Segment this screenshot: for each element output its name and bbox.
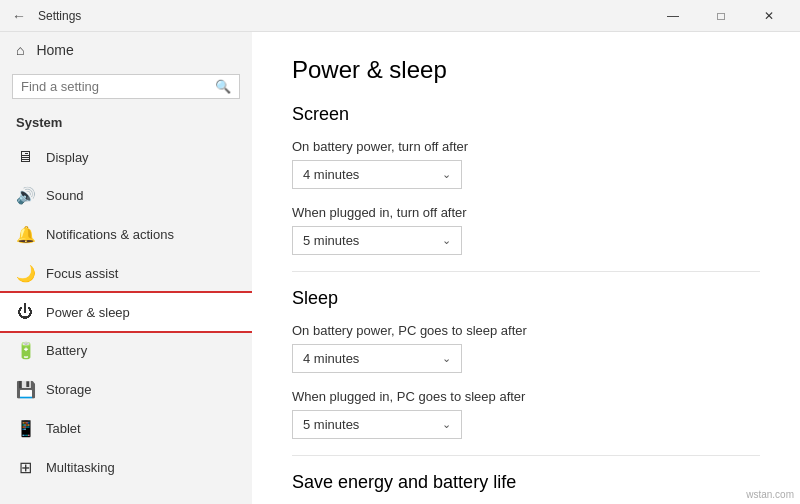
sidebar-item-label: Notifications & actions: [46, 227, 174, 242]
sidebar: ⌂ Home 🔍 System 🖥 Display 🔊 Sound 🔔 Noti…: [0, 32, 252, 504]
app-body: ⌂ Home 🔍 System 🖥 Display 🔊 Sound 🔔 Noti…: [0, 32, 800, 504]
storage-icon: 💾: [16, 380, 34, 399]
sidebar-item-label: Multitasking: [46, 460, 115, 475]
notifications-icon: 🔔: [16, 225, 34, 244]
sleep-battery-row: On battery power, PC goes to sleep after…: [292, 323, 760, 373]
screen-battery-dropdown[interactable]: 4 minutes ⌄: [292, 160, 462, 189]
sidebar-item-focus[interactable]: 🌙 Focus assist: [0, 254, 252, 293]
section-divider: [292, 271, 760, 272]
sleep-plugged-label: When plugged in, PC goes to sleep after: [292, 389, 760, 404]
sidebar-item-sound[interactable]: 🔊 Sound: [0, 176, 252, 215]
close-button[interactable]: ✕: [746, 0, 792, 32]
sidebar-item-label: Storage: [46, 382, 92, 397]
sidebar-item-home[interactable]: ⌂ Home: [0, 32, 252, 68]
chevron-down-icon: ⌄: [442, 168, 451, 181]
sleep-plugged-value: 5 minutes: [303, 417, 359, 432]
sleep-battery-label: On battery power, PC goes to sleep after: [292, 323, 760, 338]
sidebar-item-battery[interactable]: 🔋 Battery: [0, 331, 252, 370]
sidebar-item-power[interactable]: ⏻ Power & sleep: [0, 293, 252, 331]
screen-plugged-dropdown[interactable]: 5 minutes ⌄: [292, 226, 462, 255]
sidebar-item-label: Focus assist: [46, 266, 118, 281]
screen-plugged-label: When plugged in, turn off after: [292, 205, 760, 220]
title-bar: ← Settings — □ ✕: [0, 0, 800, 32]
sleep-battery-value: 4 minutes: [303, 351, 359, 366]
title-bar-left: ← Settings: [8, 6, 81, 26]
screen-battery-row: On battery power, turn off after 4 minut…: [292, 139, 760, 189]
focus-icon: 🌙: [16, 264, 34, 283]
sidebar-item-display[interactable]: 🖥 Display: [0, 138, 252, 176]
sidebar-section-title: System: [0, 111, 252, 138]
battery-icon: 🔋: [16, 341, 34, 360]
tablet-icon: 📱: [16, 419, 34, 438]
screen-plugged-value: 5 minutes: [303, 233, 359, 248]
sidebar-item-label: Tablet: [46, 421, 81, 436]
maximize-button[interactable]: □: [698, 0, 744, 32]
content-area: Power & sleep Screen On battery power, t…: [252, 32, 800, 504]
app-title: Settings: [38, 9, 81, 23]
search-button[interactable]: 🔍: [215, 79, 231, 94]
search-input[interactable]: [21, 79, 209, 94]
chevron-down-icon: ⌄: [442, 234, 451, 247]
screen-plugged-row: When plugged in, turn off after 5 minute…: [292, 205, 760, 255]
screen-battery-value: 4 minutes: [303, 167, 359, 182]
sleep-plugged-dropdown[interactable]: 5 minutes ⌄: [292, 410, 462, 439]
home-icon: ⌂: [16, 42, 24, 58]
chevron-down-icon: ⌄: [442, 352, 451, 365]
sidebar-item-label: Power & sleep: [46, 305, 130, 320]
screen-battery-label: On battery power, turn off after: [292, 139, 760, 154]
screen-section-title: Screen: [292, 104, 760, 125]
chevron-down-icon: ⌄: [442, 418, 451, 431]
sound-icon: 🔊: [16, 186, 34, 205]
back-button[interactable]: ←: [8, 6, 30, 26]
save-energy-title: Save energy and battery life: [292, 472, 760, 493]
search-box: 🔍: [12, 74, 240, 99]
home-label: Home: [36, 42, 73, 58]
sleep-battery-dropdown[interactable]: 4 minutes ⌄: [292, 344, 462, 373]
watermark: wstan.com: [746, 489, 794, 500]
window-controls: — □ ✕: [650, 0, 792, 32]
sidebar-item-label: Display: [46, 150, 89, 165]
multitasking-icon: ⊞: [16, 458, 34, 477]
sidebar-item-label: Battery: [46, 343, 87, 358]
display-icon: 🖥: [16, 148, 34, 166]
sleep-plugged-row: When plugged in, PC goes to sleep after …: [292, 389, 760, 439]
sleep-section-title: Sleep: [292, 288, 760, 309]
minimize-button[interactable]: —: [650, 0, 696, 32]
power-icon: ⏻: [16, 303, 34, 321]
sidebar-item-multitasking[interactable]: ⊞ Multitasking: [0, 448, 252, 487]
section-divider-2: [292, 455, 760, 456]
sidebar-item-notifications[interactable]: 🔔 Notifications & actions: [0, 215, 252, 254]
sidebar-item-storage[interactable]: 💾 Storage: [0, 370, 252, 409]
sidebar-item-tablet[interactable]: 📱 Tablet: [0, 409, 252, 448]
sidebar-item-label: Sound: [46, 188, 84, 203]
page-title: Power & sleep: [292, 56, 760, 84]
